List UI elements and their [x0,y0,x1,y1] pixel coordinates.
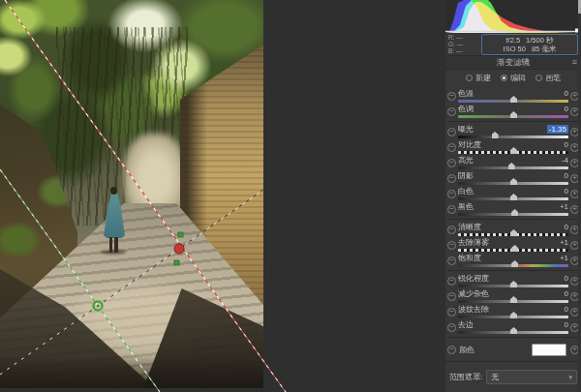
slider-row-whites: −白色0+ [447,186,579,201]
range-mask-select[interactable]: 无 ▾ [486,370,577,384]
mode-selector: 新建编辑画笔 [445,70,581,85]
dehaze-minus-button[interactable]: − [447,241,456,250]
defringe-slider-track[interactable] [458,331,568,334]
dehaze-value[interactable]: +1 [560,238,568,247]
color-label: 颜色 [459,345,474,355]
contrast-minus-button[interactable]: − [447,143,456,152]
defringe-label: 去边 [458,320,474,329]
tint-label: 色调 [458,105,474,113]
exposure-minus-button[interactable]: − [447,128,456,136]
panel-titlebar: 渐变滤镜 ≡ [445,55,581,70]
exposure-label: 曝光 [458,125,474,134]
shadows-value[interactable]: 0 [565,171,568,180]
contrast-label: 对比度 [458,140,481,149]
tint-slider-track[interactable] [458,115,568,118]
aperture-value: f/2.5 [506,36,521,45]
rgb-row: B: — [448,47,481,54]
exposure-slider-track[interactable] [458,136,568,138]
rgb-row: G: — [448,41,481,47]
panel-menu-icon[interactable]: ≡ [572,56,577,69]
tint-value[interactable]: 0 [565,105,568,113]
temperature-value[interactable]: 0 [565,89,568,98]
saturation-slider-track[interactable] [458,264,568,267]
temperature-slider-track[interactable] [458,100,568,103]
mode-label: 画笔 [545,73,561,83]
noise-reduction-minus-button[interactable]: − [447,292,456,301]
slider-row-moire-reduction: −波纹去除0+ [447,304,579,319]
moire-reduction-slider-track[interactable] [458,316,568,318]
camera-raw-window: R: —G: —B: — f/2.51/500 秒 ISO 5085 毫米 渐变… [0,0,581,392]
dehaze-label: 去除薄雾 [458,238,489,247]
divider [447,270,579,271]
range-mask-label: 范围遮罩: [449,372,482,382]
adjustment-panel: R: —G: —B: — f/2.51/500 秒 ISO 5085 毫米 渐变… [445,0,581,392]
image-canvas [0,0,445,392]
divider [447,219,579,220]
whites-minus-button[interactable]: − [447,190,456,198]
mode-label: 编辑 [510,73,526,83]
slider-row-shadows: −阴影0+ [447,170,579,186]
noise-reduction-value[interactable]: 0 [565,289,568,298]
mode-edit[interactable]: 编辑 [501,73,526,83]
contrast-value[interactable]: 0 [565,140,568,149]
mode-brush[interactable]: 画笔 [535,73,561,83]
focal-length-value: 85 毫米 [532,45,556,53]
divider [445,361,581,362]
defringe-minus-button[interactable]: − [447,323,456,332]
noise-reduction-slider-track[interactable] [458,300,568,303]
moire-reduction-minus-button[interactable]: − [447,308,456,317]
shadows-label: 阴影 [458,171,474,180]
temperature-label: 色温 [458,89,474,98]
rotate-handle-top[interactable] [178,232,183,237]
radio-icon [466,75,473,81]
shutter-value: 1/500 秒 [526,36,553,45]
chevron-down-icon: ▾ [568,374,572,381]
mode-label: 新建 [475,73,491,83]
noise-reduction-label: 减少杂色 [458,289,489,298]
clarity-slider-track[interactable] [458,233,568,236]
whites-value[interactable]: 0 [565,187,568,196]
blacks-slider-track[interactable] [458,213,568,216]
clarity-minus-button[interactable]: − [447,226,456,234]
color-minus-button[interactable]: − [447,346,456,354]
defringe-value[interactable]: 0 [565,320,568,329]
highlights-value[interactable]: -4 [562,156,568,165]
histogram [445,0,581,33]
exposure-value[interactable]: -1.35 [547,125,568,134]
temperature-minus-button[interactable]: − [447,92,456,101]
graduated-filter-overlay [0,0,445,392]
blacks-value[interactable]: +1 [560,202,568,211]
sharpness-value[interactable]: 0 [565,274,568,283]
saturation-minus-button[interactable]: − [447,256,456,265]
clarity-value[interactable]: 0 [565,223,568,231]
slider-row-saturation: −饱和度+1+ [447,253,579,268]
gradient-axis-line[interactable] [0,190,263,375]
color-row: − 颜色 + [445,340,581,359]
shadows-minus-button[interactable]: − [447,174,456,183]
exif-readout: f/2.51/500 秒 ISO 5085 毫米 [481,34,578,55]
mode-new[interactable]: 新建 [466,73,491,83]
sharpness-label: 锐化程度 [458,274,489,283]
sharpness-minus-button[interactable]: − [447,277,456,286]
dehaze-slider-track[interactable] [458,249,568,252]
shadows-slider-track[interactable] [458,182,568,185]
clarity-label: 清晰度 [458,223,481,231]
tint-minus-button[interactable]: − [447,107,456,116]
rgb-row: R: — [448,34,481,41]
highlights-slider-track[interactable] [458,166,568,169]
blacks-minus-button[interactable]: − [447,205,456,214]
saturation-value[interactable]: +1 [560,254,568,262]
sharpness-slider-track[interactable] [458,285,568,287]
gradient-end-handle[interactable] [174,244,184,254]
slider-row-tint: −色调0+ [447,104,579,119]
contrast-slider-track[interactable] [458,151,568,154]
color-swatch[interactable] [532,344,566,356]
slider-row-dehaze: −去除薄雾+1+ [447,237,579,253]
whites-slider-track[interactable] [458,197,568,200]
blacks-label: 黑色 [458,202,474,211]
highlights-minus-button[interactable]: − [447,159,456,167]
slider-row-noise-reduction: −减少杂色0+ [447,288,579,304]
rotate-handle-bottom[interactable] [174,260,179,265]
whites-label: 白色 [458,187,474,196]
moire-reduction-value[interactable]: 0 [565,305,568,314]
